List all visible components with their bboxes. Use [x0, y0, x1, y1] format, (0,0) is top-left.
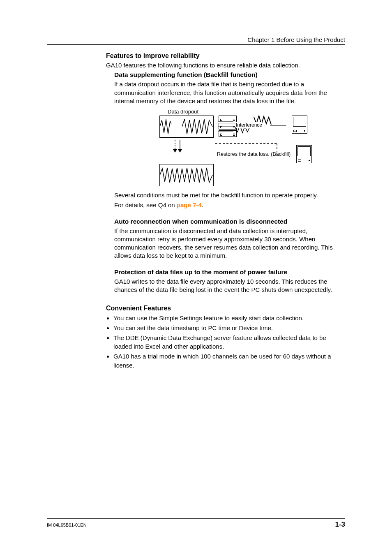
server-icon [292, 116, 307, 134]
diagram-label-interference: Interference [236, 122, 262, 128]
subsection-para-protection: GA10 writes to the data file every appro… [114, 278, 340, 294]
section-heading-convenient: Convenient Features [106, 305, 340, 312]
list-item: GA10 has a trial mode in which 100 chann… [113, 352, 340, 370]
subsection-heading-reconnection: Auto reconnection when communication is … [114, 218, 340, 225]
diagram-label-dropout: Data dropout [159, 109, 307, 115]
diagram-wave-dropout [159, 116, 214, 138]
convenient-bullets: You can use the Simple Settings feature … [106, 314, 340, 370]
page-header: Chapter 1 Before Using the Product [47, 36, 345, 45]
list-item: You can use the Simple Settings feature … [113, 314, 340, 323]
svg-rect-0 [171, 116, 182, 137]
list-item: You can set the data timestamp to PC tim… [113, 324, 340, 333]
diagram-row-top: Interference [159, 116, 307, 138]
diagram-row-bottom [159, 164, 307, 186]
section-intro: GA10 features the following functions to… [106, 61, 340, 69]
diagram-interference-area: Interference [217, 116, 287, 137]
content-area: Features to improve reliability GA10 fea… [47, 45, 345, 370]
page: Chapter 1 Before Using the Product Featu… [0, 0, 392, 555]
diagram-servers [292, 116, 307, 134]
after-diagram-p2-prefix: For details, see Q4 on [114, 201, 177, 208]
backfill-diagram: Data dropout [114, 109, 340, 186]
footer-page-number: 1-3 [335, 520, 345, 529]
subsection-protection: Protection of data files up to the momen… [106, 268, 340, 294]
footer-doc-id: IM 04L65B01-01EN [47, 523, 87, 527]
subsection-para-backfill: If a data dropout occurs in the data fil… [114, 80, 340, 105]
server-icon [296, 145, 312, 163]
section-heading-reliability: Features to improve reliability [106, 52, 340, 60]
diagram-wave-full [159, 164, 214, 186]
page-link-7-4[interactable]: page 7-4 [177, 201, 202, 208]
subsection-heading-backfill: Data supplementing function (Backfill fu… [114, 71, 340, 79]
subsection-reconnection: Auto reconnection when communication is … [106, 218, 340, 260]
subsection-heading-protection: Protection of data files up to the momen… [114, 268, 340, 276]
page-footer: IM 04L65B01-01EN 1-3 [47, 518, 345, 529]
list-item: The DDE (Dynamic Data Exchange) server f… [113, 333, 340, 352]
after-diagram-p2: For details, see Q4 on page 7-4. [114, 201, 340, 209]
subsection-backfill: Data supplementing function (Backfill fu… [106, 71, 340, 209]
subsection-para-reconnection: If the communication is disconnected and… [114, 227, 340, 260]
chapter-line: Chapter 1 Before Using the Product [247, 36, 345, 43]
diagram-down-arrows [159, 140, 213, 154]
diagram-label-restore: Restores the data loss. (Backfill) [217, 151, 292, 157]
after-diagram-p2-suffix: . [202, 201, 203, 208]
after-diagram-p1: Several conditions must be met for the b… [114, 191, 340, 199]
